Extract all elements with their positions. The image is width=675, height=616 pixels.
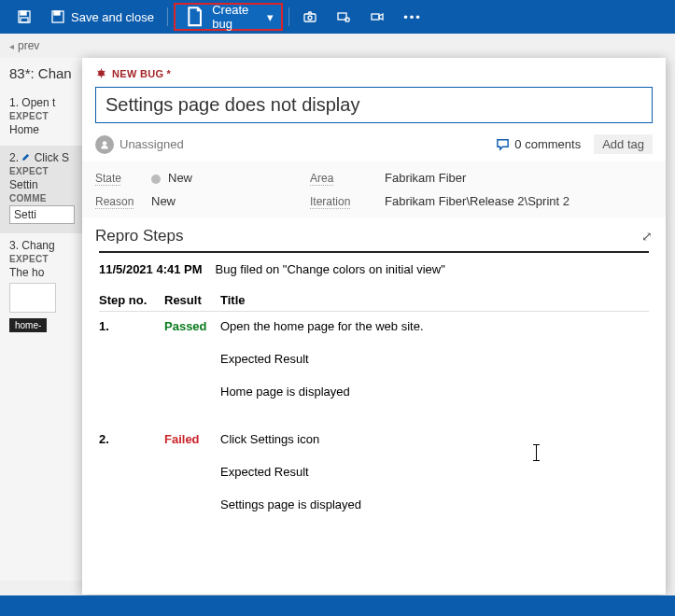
status-bar	[0, 595, 675, 616]
repro-steps-table: Step no. Result Title 1. Passed Open the…	[99, 289, 649, 538]
more-button[interactable]: •••	[394, 0, 431, 34]
bug-panel: NEW BUG * Unassigned 0 comments Add tag …	[82, 58, 666, 595]
step-item[interactable]: 3. Chang EXPECTThe hohome-	[9, 233, 75, 340]
svg-point-6	[308, 16, 312, 20]
capture-icon	[336, 9, 351, 24]
save-close-label: Save and close	[71, 10, 154, 24]
svg-rect-5	[304, 14, 316, 21]
toolbar: Save and close Create bug ▾ •••	[0, 0, 675, 34]
table-row: 2. Failed Click Settings iconExpected Re…	[99, 425, 649, 538]
comments-link[interactable]: 0 comments	[496, 137, 581, 151]
expand-icon[interactable]: ⤢	[641, 229, 653, 244]
iteration-label: Iteration	[310, 195, 385, 208]
create-bug-label: Create bug	[212, 3, 248, 31]
user-icon	[95, 135, 114, 154]
video-icon	[370, 9, 385, 24]
svg-point-11	[103, 141, 107, 146]
camera-icon	[302, 9, 317, 24]
record-button[interactable]	[360, 0, 394, 34]
breadcrumb-prev[interactable]: prev	[18, 39, 39, 52]
repro-body: 11/5/2021 4:41 PMBug filed on "Change co…	[82, 251, 666, 559]
create-bug-button[interactable]: Create bug ▾	[174, 3, 283, 31]
capture-button[interactable]	[327, 0, 360, 34]
svg-rect-4	[54, 11, 60, 15]
bug-fields: State New Area Fabrikam Fiber Reason New…	[82, 161, 666, 217]
breadcrumb: ◂ prev	[0, 34, 675, 58]
col-title: Title	[220, 289, 649, 312]
col-result: Result	[164, 289, 220, 312]
iteration-value[interactable]: Fabrikam Fiber\Release 2\Sprint 2	[385, 194, 653, 208]
svg-rect-1	[21, 11, 26, 15]
save-close-icon	[50, 9, 65, 24]
repro-context: 11/5/2021 4:41 PMBug filed on "Change co…	[99, 262, 649, 276]
reason-label: Reason	[95, 195, 151, 208]
step-item[interactable]: 2. Click S EXPECTSettinCOMMESetti	[0, 146, 84, 233]
steps-panel: 83*: Chan 1. Open t EXPECTHome2. Click S…	[0, 58, 84, 581]
new-bug-label: NEW BUG *	[95, 67, 653, 79]
step-item[interactable]: 1. Open t EXPECTHome	[9, 91, 75, 146]
save-and-close-button[interactable]: Save and close	[41, 0, 163, 34]
comment-icon	[496, 137, 510, 151]
screenshot-button[interactable]	[293, 0, 327, 34]
add-tag-button[interactable]: Add tag	[594, 134, 653, 154]
save-icon-button[interactable]	[7, 0, 41, 34]
svg-rect-2	[21, 18, 28, 22]
table-row: 1. Passed Open the home page for the web…	[99, 312, 649, 426]
state-label: State	[95, 172, 151, 185]
document-icon	[183, 5, 206, 28]
col-step: Step no.	[99, 289, 164, 312]
svg-point-10	[98, 70, 105, 77]
state-value[interactable]: New	[151, 171, 310, 185]
bug-icon	[95, 67, 107, 79]
ellipsis-icon: •••	[403, 10, 422, 24]
test-case-title: 83*: Chan	[9, 65, 75, 81]
area-value[interactable]: Fabrikam Fiber	[385, 171, 653, 185]
assignee-field[interactable]: Unassigned	[95, 135, 184, 154]
chevron-left-icon: ◂	[9, 41, 14, 51]
reason-value[interactable]: New	[151, 194, 310, 208]
save-icon	[17, 9, 32, 24]
repro-heading: Repro Steps	[95, 227, 184, 245]
area-label: Area	[310, 172, 385, 185]
chevron-down-icon: ▾	[267, 10, 274, 24]
bug-title-input[interactable]	[95, 87, 653, 123]
svg-rect-9	[372, 14, 379, 20]
